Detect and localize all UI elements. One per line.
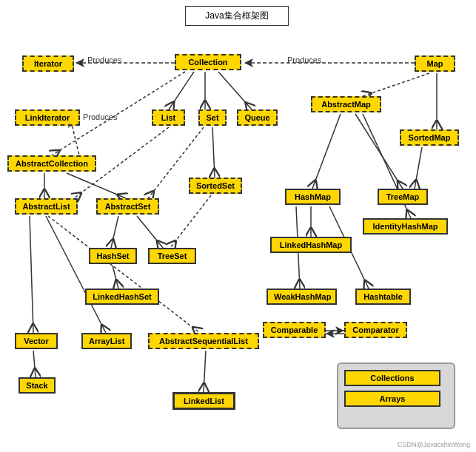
node-hashmap: HashMap bbox=[285, 189, 341, 205]
node-stack: Stack bbox=[19, 377, 56, 394]
node-hashtable: Hashtable bbox=[355, 289, 411, 305]
svg-line-5 bbox=[218, 72, 252, 109]
legend-arrays: Arrays bbox=[344, 391, 440, 407]
node-arraylist: ArrayList bbox=[81, 333, 132, 349]
node-linkedlist: LinkedList bbox=[172, 392, 235, 410]
svg-line-27 bbox=[30, 216, 33, 333]
node-identityhashmap: IdentityHashMap bbox=[363, 218, 448, 235]
watermark: CSDN@JavacxhioWong bbox=[398, 441, 470, 448]
label-produces2: Produces bbox=[287, 55, 321, 64]
svg-line-11 bbox=[415, 147, 422, 189]
label-produces3: Produces bbox=[83, 112, 117, 121]
node-set: Set bbox=[198, 109, 227, 126]
svg-line-24 bbox=[113, 266, 118, 289]
node-abstractmap: AbstractMap bbox=[311, 96, 381, 112]
node-linkedhashset: LinkedHashSet bbox=[85, 289, 159, 305]
svg-line-8 bbox=[312, 114, 341, 189]
node-weakhashmap: WeakHashMap bbox=[267, 289, 337, 305]
svg-line-22 bbox=[111, 216, 118, 248]
svg-line-9 bbox=[355, 114, 403, 189]
svg-line-23 bbox=[137, 216, 163, 248]
svg-line-21 bbox=[170, 195, 211, 248]
node-sortedset: SortedSet bbox=[189, 178, 242, 194]
svg-line-3 bbox=[169, 72, 194, 109]
node-abstractcollection: AbstractCollection bbox=[7, 155, 96, 172]
diagram-title: Java集合框架图 bbox=[185, 6, 289, 26]
node-treemap: TreeMap bbox=[378, 189, 428, 205]
svg-line-17 bbox=[67, 173, 126, 198]
svg-line-6 bbox=[363, 73, 429, 96]
legend-collections: Collections bbox=[344, 370, 440, 386]
node-linkedhashmap: LinkedHashMap bbox=[270, 237, 352, 253]
node-comparable: Comparable bbox=[263, 322, 326, 338]
node-treeset: TreeSet bbox=[148, 248, 196, 264]
svg-line-26 bbox=[46, 216, 106, 333]
node-linkiterator: LinkIterator bbox=[15, 109, 80, 126]
node-queue: Queue bbox=[237, 109, 278, 126]
label-produces1: Produces bbox=[87, 55, 121, 64]
node-collection: Collection bbox=[175, 54, 241, 70]
node-comparator: Comparator bbox=[344, 322, 407, 338]
node-abstractlist: AbstractList bbox=[15, 198, 78, 215]
diagram-container: Java集合框架图 Iterator Collection Map Produc… bbox=[0, 0, 476, 452]
node-map: Map bbox=[415, 55, 455, 72]
node-abstractsequentiallist: AbstractSequentialList bbox=[148, 333, 259, 349]
svg-line-28 bbox=[204, 351, 206, 392]
svg-line-25 bbox=[48, 216, 200, 333]
legend-container: Collections Arrays bbox=[337, 362, 455, 429]
node-abstractset: AbstractSet bbox=[96, 198, 159, 215]
node-hashset: HashSet bbox=[89, 248, 137, 264]
node-vector: Vector bbox=[15, 333, 58, 349]
svg-line-20 bbox=[212, 127, 215, 178]
node-list: List bbox=[152, 109, 185, 126]
node-sortedmap: SortedMap bbox=[400, 129, 459, 146]
svg-line-29 bbox=[33, 351, 36, 377]
node-iterator: Iterator bbox=[22, 55, 74, 72]
